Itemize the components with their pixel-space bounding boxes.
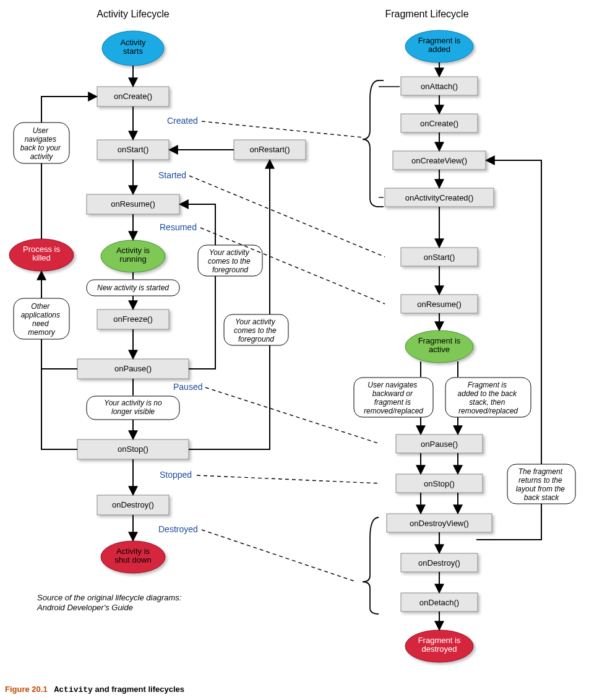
braces: [363, 80, 379, 614]
state-resumed: Resumed: [160, 222, 197, 232]
fragment-title: Fragment Lifecycle: [385, 9, 468, 19]
activity-title: Activity Lifecycle: [97, 9, 169, 19]
figure-caption: Figure 20.1 Activity and fragment lifecy…: [0, 681, 589, 699]
svg-text:onResume(): onResume(): [111, 199, 155, 209]
figure-code-word: Activity: [54, 685, 92, 694]
state-stopped: Stopped: [160, 470, 192, 480]
svg-text:Your activity
    comes to the: Your activity comes to the foreground: [234, 318, 278, 344]
svg-line-70: [202, 121, 363, 137]
svg-text:Activity isrunning: Activity isrunning: [116, 246, 150, 264]
svg-text:Fragment isdestroyed: Fragment isdestroyed: [418, 636, 461, 654]
svg-text:onDestroy(): onDestroy(): [112, 500, 154, 509]
svg-text:Activitystarts: Activitystarts: [120, 38, 146, 56]
svg-text:onStart(): onStart(): [118, 145, 149, 154]
source-note: Source of the original lifecycle diagram…: [37, 593, 184, 612]
svg-text:onAttach(): onAttach(): [421, 82, 458, 91]
svg-text:onPause(): onPause(): [421, 439, 458, 449]
state-paused: Paused: [173, 382, 202, 392]
svg-text:onDestroyView(): onDestroyView(): [410, 519, 469, 528]
fragment-column: Fragment isadded onAttach() onCreate() o…: [354, 30, 575, 662]
svg-text:onFreeze(): onFreeze(): [113, 314, 153, 324]
svg-text:onResume(): onResume(): [417, 300, 462, 309]
svg-text:onPause(): onPause(): [114, 364, 152, 373]
state-started: Started: [158, 170, 186, 180]
svg-line-75: [202, 530, 356, 582]
lifecycle-diagram: Activity Lifecycle Fragment Lifecycle Ac…: [0, 0, 589, 681]
svg-text:New activity is started: New activity is started: [97, 283, 169, 292]
figure-number: Figure 20.1: [5, 685, 48, 694]
state-destroyed: Destroyed: [158, 524, 198, 534]
mapping-lines: [189, 121, 385, 582]
svg-text:onCreate(): onCreate(): [420, 119, 458, 128]
state-created: Created: [167, 116, 198, 126]
svg-text:Your activity is nolonger visi: Your activity is nolonger visible: [104, 399, 162, 416]
svg-text:onRestart(): onRestart(): [249, 145, 290, 154]
svg-text:Your activity
    comes to the: Your activity comes to the foreground: [208, 248, 252, 274]
svg-text:onStop(): onStop(): [424, 479, 455, 488]
svg-text:onDetach(): onDetach(): [419, 598, 459, 607]
figure-rest: and fragment lifecycles: [93, 685, 184, 694]
svg-text:onActivityCreated(): onActivityCreated(): [405, 193, 474, 202]
svg-text:onDestroy(): onDestroy(): [418, 558, 460, 568]
svg-line-74: [197, 475, 380, 483]
svg-text:onStart(): onStart(): [424, 253, 455, 262]
svg-text:onCreateView(): onCreateView(): [411, 156, 467, 165]
svg-text:onStop(): onStop(): [118, 444, 148, 454]
svg-line-71: [189, 176, 385, 257]
svg-text:onCreate(): onCreate(): [114, 92, 152, 101]
svg-text:Activity isshut down: Activity isshut down: [114, 547, 151, 564]
